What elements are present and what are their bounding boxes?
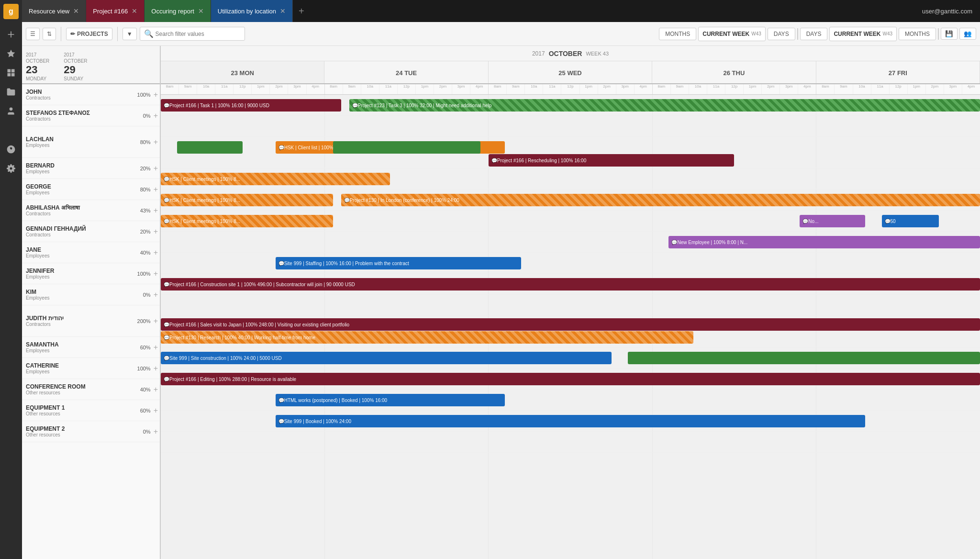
- tab-report[interactable]: Occuring report ✕: [145, 0, 211, 22]
- timeline-week: WEEK 43: [586, 51, 609, 56]
- sidebar-icon-star[interactable]: [3, 46, 19, 61]
- resource-add-abhilasha[interactable]: +: [154, 207, 158, 214]
- projects-button[interactable]: ✏ PROJECTS: [66, 28, 112, 40]
- task-confroom-1[interactable]: 💬 HTML works (postponed) | Booked | 100%…: [276, 394, 505, 406]
- task-jennifer-1[interactable]: 💬 Project #166 | Construction site 1 | 1…: [161, 278, 980, 291]
- resource-add-lachlan[interactable]: +: [154, 138, 158, 146]
- task-icon: 💬: [278, 145, 284, 150]
- people-icon: 👥: [964, 30, 972, 37]
- timeline-header: 2017 OCTOBER WEEK 43 23 MON 24 TUE 2: [161, 46, 980, 84]
- task-icon: 💬: [164, 356, 169, 361]
- resource-add-george[interactable]: +: [154, 186, 158, 193]
- task-catherine-1[interactable]: 💬 Project #166 | Editing | 100% 288:00 |…: [161, 373, 980, 385]
- people-button[interactable]: 👥: [959, 28, 976, 40]
- sidebar-icon-folder[interactable]: [3, 84, 19, 100]
- task-samantha-1[interactable]: 💬 Site 999 | Site construction | 100% 24…: [161, 352, 612, 364]
- task-icon: 💬: [885, 219, 891, 224]
- task-abhi-3[interactable]: 💬 50: [882, 215, 939, 227]
- task-lachlan-green1[interactable]: [177, 141, 243, 154]
- resource-name-abhilasha: ABHILASHA अभिलाषा: [26, 204, 140, 211]
- task-equip1-1[interactable]: 💬 Site 999 | Booked | 100% 24:00: [276, 415, 866, 427]
- gantt-row-confroom: 💬 HTML works (postponed) | Booked | 100%…: [161, 390, 980, 411]
- save-layout-button[interactable]: 💾: [941, 28, 958, 40]
- task-icon: 💬: [164, 177, 169, 182]
- resource-add-kim[interactable]: +: [154, 291, 158, 299]
- resource-add-jennifer[interactable]: +: [154, 270, 158, 278]
- nav-w43-right: W43: [882, 31, 892, 36]
- task-lachlan-green2[interactable]: [333, 141, 480, 154]
- task-jane-1[interactable]: 💬 Site 999 | Staffing | 100% 16:00 | Pro…: [276, 257, 522, 269]
- tab-util-close[interactable]: ✕: [280, 7, 286, 15]
- resource-add-samantha[interactable]: +: [154, 344, 158, 351]
- header-left-dow1: MONDAY: [26, 76, 49, 81]
- gantt-row-stefanos: [161, 116, 980, 137]
- tab-resource[interactable]: Resource view ✕: [22, 0, 86, 22]
- nav-current-week-right-label: CURRENT WEEK: [834, 31, 880, 37]
- task-icon: 💬: [164, 335, 169, 340]
- task-icon: 💬: [802, 219, 808, 224]
- resource-add-john[interactable]: +: [154, 91, 158, 99]
- tab-resource-close[interactable]: ✕: [73, 7, 79, 15]
- tab-util-label: Utilization by location: [218, 8, 276, 15]
- sort-button[interactable]: ⇅: [43, 28, 56, 40]
- gantt-row-samantha: 💬 Site 999 | Site construction | 100% 24…: [161, 347, 980, 369]
- task-judith-1[interactable]: 💬 Project #166 | Sales visit to Japan | …: [161, 318, 980, 331]
- tab-project-close[interactable]: ✕: [132, 7, 137, 15]
- resource-type-john: Contractors: [26, 95, 137, 101]
- gantt-row-catherine: 💬 Project #166 | Editing | 100% 288:00 |…: [161, 369, 980, 390]
- header-left-day1: 23: [26, 65, 49, 75]
- filter-button[interactable]: ▼: [122, 28, 137, 40]
- toolbar-separator: [61, 27, 61, 41]
- tab-report-close[interactable]: ✕: [198, 7, 204, 15]
- task-gennadi-1[interactable]: 💬 New Employee | 100% 8:00 | N...: [668, 236, 980, 248]
- resource-name-equip1: Equipment 1: [26, 404, 140, 411]
- resource-add-confroom[interactable]: +: [154, 386, 158, 393]
- task-bernard-1[interactable]: 💬 HSK | Client meetings | 100% 8...: [161, 173, 390, 185]
- task-judith-2[interactable]: 💬 Project #130 | Research | 100% 40:00 |…: [161, 331, 693, 344]
- resource-add-gennadi[interactable]: +: [154, 228, 158, 235]
- sidebar-icon-chart[interactable]: [3, 123, 19, 138]
- task-john-2[interactable]: 💬 Project #123 | Task 3 | 100% 32:00 | M…: [349, 99, 980, 112]
- sidebar-icon-dashboard[interactable]: [3, 65, 19, 80]
- sidebar-icon-person[interactable]: [3, 103, 19, 119]
- resource-row-confroom: Conference Room Other resources 40% +: [22, 379, 160, 400]
- nav-current-week-right[interactable]: CURRENT WEEK W43: [829, 27, 897, 41]
- sidebar-icon-help[interactable]: [3, 142, 19, 157]
- search-box[interactable]: 🔍: [140, 27, 245, 41]
- sidebar-icon-settings[interactable]: [3, 161, 19, 176]
- list-view-button[interactable]: ☰: [26, 28, 40, 40]
- nav-months-left[interactable]: MONTHS: [659, 28, 696, 40]
- gantt-row-equip1: 💬 Site 999 | Booked | 100% 24:00: [161, 411, 980, 432]
- task-abhi-2[interactable]: 💬 No...: [800, 215, 865, 227]
- resource-add-jane[interactable]: +: [154, 249, 158, 257]
- resource-row-catherine: CATHERINE Employees 100% +: [22, 358, 160, 379]
- sidebar-icon-add[interactable]: [3, 27, 19, 42]
- nav-days-left[interactable]: DAYS: [768, 28, 795, 40]
- gantt-row-abhilasha: 💬 HSK | Client meetings | 100% 8... 💬 No…: [161, 211, 980, 232]
- task-george-1[interactable]: 💬 HSK | Client meetings | 100% 8...: [161, 194, 333, 206]
- tab-add-button[interactable]: +: [293, 0, 310, 22]
- task-lachlan-proj166[interactable]: 💬 Project #166 | Rescheduling | 100% 16:…: [489, 154, 735, 167]
- app-logo[interactable]: g: [3, 4, 19, 19]
- nav-days-right[interactable]: DAYS: [800, 28, 828, 40]
- sort-icon: ⇅: [47, 31, 52, 37]
- search-input[interactable]: [156, 31, 241, 37]
- resource-add-equip2[interactable]: +: [154, 428, 158, 436]
- task-george-2[interactable]: 💬 Project #130 | In London (conference) …: [341, 194, 980, 206]
- tab-util[interactable]: Utilization by location ✕: [211, 0, 293, 22]
- nav-months-right[interactable]: MONTHS: [899, 28, 936, 40]
- tab-project[interactable]: Project #166 ✕: [86, 0, 145, 22]
- task-icon: 💬: [491, 158, 497, 163]
- resource-add-catherine[interactable]: +: [154, 365, 158, 372]
- gantt-row-jane: 💬 Site 999 | Staffing | 100% 16:00 | Pro…: [161, 253, 980, 274]
- resource-add-bernard[interactable]: +: [154, 165, 158, 172]
- resource-add-equip1[interactable]: +: [154, 407, 158, 414]
- task-samantha-green[interactable]: [628, 352, 980, 364]
- resource-add-judith[interactable]: +: [154, 317, 158, 325]
- nav-current-week-left[interactable]: CURRENT WEEK W43: [698, 27, 766, 41]
- task-john-1[interactable]: 💬 Project #166 | Task 1 | 100% 16:00 | 9…: [161, 99, 341, 112]
- task-abhi-1[interactable]: 💬 HSK | Client meetings | 100% 8...: [161, 215, 333, 227]
- gantt-row-george: 💬 HSK | Client meetings | 100% 8... 💬 Pr…: [161, 190, 980, 211]
- resource-panel: 2017 OCTOBER 23 MONDAY 2017 OCTOBER 29 S…: [22, 46, 161, 559]
- resource-add-stefanos[interactable]: +: [154, 112, 158, 120]
